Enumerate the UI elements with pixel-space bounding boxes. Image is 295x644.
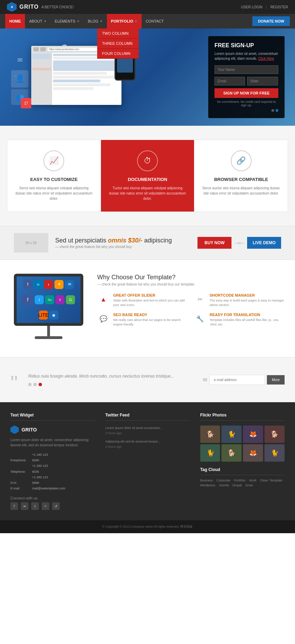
- seo-icon: 💬: [97, 313, 110, 325]
- feature-card-customize: 📈 EASY TO CUSTOMIZE Serce wisi eturna al…: [7, 140, 101, 212]
- tag-business[interactable]: Business: [200, 479, 213, 482]
- signup-dots: [214, 109, 278, 112]
- testimonial-section: " Ridius nula fusegin alesda. Morb nunco…: [0, 357, 295, 402]
- cta-section: 99 x 56 Sed ut perspiciatis omnis $30/- …: [0, 226, 295, 260]
- person1-icon: 👤: [11, 70, 28, 88]
- feat-item-translation-text: READY FOR TRANSLATION Template includes …: [210, 313, 285, 327]
- tag-drupal[interactable]: Drupal: [233, 484, 242, 487]
- flickr-thumb-4[interactable]: 🐕: [264, 426, 285, 443]
- footer-flickr-title: Flickr Photos: [200, 413, 285, 421]
- why-sub: — check the great feature list why you s…: [97, 282, 285, 286]
- tag-work[interactable]: Work: [249, 479, 256, 482]
- browser-content: [52, 53, 121, 105]
- footer-twitter-title: Twitter Feed: [105, 413, 189, 421]
- tag-clean[interactable]: Clean: [260, 479, 268, 482]
- footer-twitter: Twitter Feed Lorem ipsum dolor sit amet …: [105, 413, 189, 510]
- feature-title-browser: BROWSER COMPATIBLE: [201, 177, 281, 182]
- browser-body: [31, 53, 121, 105]
- email-subscribe: ✉ More: [203, 375, 285, 385]
- social-facebook-icon[interactable]: f: [10, 502, 18, 510]
- donate-button[interactable]: DONATE NOW: [252, 16, 290, 26]
- social-refresh-icon[interactable]: ↺: [52, 502, 60, 510]
- dropdown-four-column[interactable]: FOUR COLUMN: [97, 49, 139, 59]
- fax-row: FAX: +1 300 123 5898: [10, 474, 95, 486]
- nav-contact[interactable]: CONTACT: [142, 14, 168, 28]
- email-row: E-mail: mail@owtemplates.com: [10, 486, 95, 491]
- nav-about-label: ABOUT: [29, 19, 42, 23]
- testimonial-content: Ridius nula fusegin alesda. Morb nuncodi…: [28, 373, 185, 386]
- feature-title-documentation: DOCUMENTATION: [108, 177, 187, 182]
- monitor-base: [35, 336, 62, 339]
- tweet-1: Lorem ipsum dolor sit amet consectetur..…: [105, 426, 189, 431]
- feat-desc-seo: We really care about that our pages to b…: [113, 318, 188, 327]
- signup-state-input[interactable]: [247, 77, 278, 85]
- monitor-wrap: f in r ✦ ✉ f t Su b G LITE ◉: [10, 274, 87, 343]
- copyright-text: © Copyright © 2013.Company name All righ…: [102, 525, 193, 528]
- nav-about-arrow-icon: ▼: [44, 20, 47, 23]
- tag-grow[interactable]: Grow: [245, 484, 253, 487]
- signup-email-input[interactable]: [214, 77, 245, 85]
- nav-blog-label: BLOG: [88, 19, 99, 23]
- translation-icon: 🔧: [194, 313, 206, 325]
- cta-text: Sed ut perspiciatis omnis $30/- adipisci…: [55, 237, 197, 249]
- tag-joomla[interactable]: Joomla: [219, 484, 229, 487]
- live-demo-button[interactable]: LIVE DEMO: [247, 237, 281, 249]
- flickr-thumb-8[interactable]: 🐈: [264, 444, 285, 462]
- social-flickr-icon[interactable]: ••: [21, 502, 28, 510]
- feature-desc-browser: Serce auctor wisi eturna aliquam adipisc…: [201, 185, 281, 196]
- tag-wordpress[interactable]: Wordpress: [200, 484, 215, 487]
- signup-name-input[interactable]: [214, 65, 278, 74]
- nav-elements[interactable]: ELEMENTS ▼: [51, 14, 84, 28]
- register-link[interactable]: REGISTER: [270, 5, 288, 9]
- header-sep: |: [266, 5, 267, 9]
- subscribe-email-input[interactable]: [209, 375, 265, 385]
- tag-portfolio[interactable]: Portfolio: [234, 479, 245, 482]
- signup-click-here[interactable]: Click Here: [258, 57, 274, 60]
- nav-home[interactable]: HOME: [5, 14, 25, 28]
- flickr-thumb-6[interactable]: 🐕: [221, 444, 242, 462]
- bottom-bar: © Copyright © 2013.Company name All righ…: [0, 520, 295, 533]
- shortcode-icon: ✂: [194, 293, 206, 306]
- quote-dot-2[interactable]: [33, 383, 37, 386]
- hero-section: ☁ ✉ 📱 → ↗ 👤 👥 https://www.producteev.com…: [0, 28, 295, 126]
- quote-dot-3[interactable]: [39, 383, 42, 386]
- feat-desc-translation: Template includes files all usefull file…: [210, 318, 285, 327]
- dropdown-three-column[interactable]: THREE COLUMN: [97, 39, 139, 49]
- subscribe-more-button[interactable]: More: [267, 375, 285, 385]
- social-rss-icon[interactable]: ⌗: [42, 502, 49, 510]
- features-list: ▲ GREAT OFFER SLIDER Slider with illustr…: [97, 293, 285, 327]
- monitor: f in r ✦ ✉ f t Su b G LITE ◉: [14, 274, 83, 326]
- signup-button[interactable]: SIGN UP NOW FOR FREE: [214, 88, 278, 98]
- feature-card-browser: 🔗 BROWSER COMPATIBLE Serce auctor wisi e…: [194, 140, 288, 212]
- nav-portfolio[interactable]: PORTFOLIO ▼: [107, 14, 142, 28]
- tagline: A BETTER CHOICE!: [41, 5, 74, 9]
- twitter-feed-content: Lorem ipsum dolor sit amet consectetur..…: [105, 426, 189, 449]
- flickr-thumb-1[interactable]: 🐕: [200, 426, 220, 443]
- cta-sub-text: — check the great feature list why you s…: [55, 245, 197, 249]
- signup-box: FREE SIGN-UP Lorem ipsum dolor sit amet,…: [208, 36, 285, 118]
- quote-dot-1[interactable]: [28, 383, 32, 386]
- tag-corporate[interactable]: Corporate: [217, 479, 230, 482]
- feature-desc-customize: Serce wisi eturna aliquam volutpat adipi…: [14, 185, 94, 201]
- dropdown-two-column[interactable]: TWO COLUMN: [97, 28, 139, 39]
- social-twitter-icon[interactable]: t: [31, 502, 39, 510]
- tag-template[interactable]: Template: [270, 479, 283, 482]
- nav-about[interactable]: ABOUT ▼: [25, 14, 51, 28]
- footer-logo-shield-icon: [10, 426, 19, 434]
- cta-separator: —or—: [234, 241, 244, 245]
- feat-item-seo: 💬 SEO BASE READY We really care about th…: [97, 313, 188, 327]
- flickr-thumb-7[interactable]: 🦊: [243, 444, 263, 462]
- flickr-thumb-2[interactable]: 🐈: [221, 426, 242, 443]
- feature-title-customize: EASY TO CUSTOMIZE: [14, 177, 94, 182]
- quote-mark-icon: ": [10, 375, 18, 391]
- flickr-thumb-3[interactable]: 🦊: [243, 426, 263, 443]
- app-icon-email: ✉: [65, 280, 74, 289]
- flickr-thumb-5[interactable]: 🐈: [200, 444, 220, 462]
- nav-contact-label: CONTACT: [146, 19, 164, 23]
- user-login-link[interactable]: USER LOGIN: [241, 5, 263, 9]
- footer-desc: Lorem ipsum dolor sit amet, consectetur …: [10, 437, 95, 448]
- nav-blog[interactable]: BLOG ▼: [84, 14, 107, 28]
- buy-now-button[interactable]: BUY NOW: [197, 237, 231, 249]
- features-grid: 📈 EASY TO CUSTOMIZE Serce wisi eturna al…: [7, 140, 288, 212]
- quote-text: Ridius nula fusegin alesda. Morb nuncodi…: [28, 373, 185, 379]
